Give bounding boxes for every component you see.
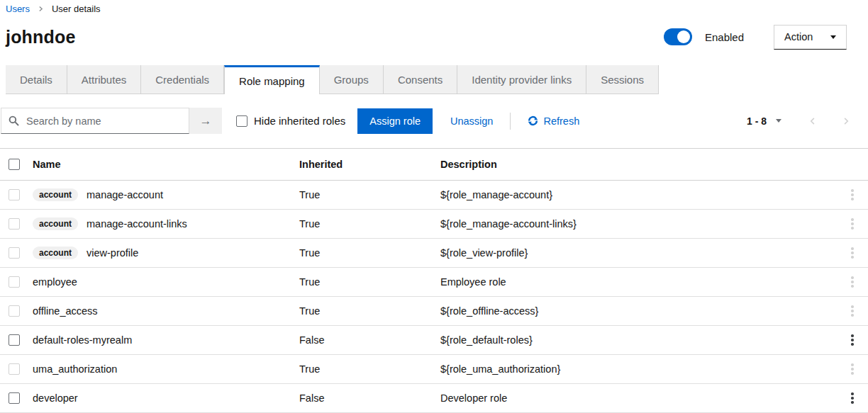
kebab-icon <box>851 363 854 375</box>
enabled-toggle[interactable] <box>664 28 692 45</box>
role-name: manage-account-links <box>87 218 187 230</box>
role-name: manage-account <box>87 189 163 200</box>
arrow-right-icon: → <box>200 114 212 128</box>
toggle-knob-icon <box>677 30 690 43</box>
select-all-checkbox[interactable] <box>9 159 20 170</box>
inherited-value: True <box>299 218 440 230</box>
breadcrumb-users-link[interactable]: Users <box>6 4 30 14</box>
role-description: ${role_offline-access} <box>440 305 837 317</box>
tab-groups[interactable]: Groups <box>320 65 384 94</box>
table-row: developer False Developer role <box>0 384 868 413</box>
tab-role-mapping[interactable]: Role mapping <box>224 65 320 94</box>
inherited-value: False <box>299 392 440 404</box>
role-name: view-profile <box>87 247 138 259</box>
search-icon <box>9 115 19 126</box>
search-input-wrap <box>1 108 189 134</box>
row-checkbox <box>9 189 20 200</box>
row-checkbox <box>9 218 20 230</box>
row-kebab-button <box>837 210 868 238</box>
client-badge: account <box>33 247 78 259</box>
inherited-value: True <box>299 363 440 375</box>
role-name: developer <box>33 392 78 404</box>
table-row: account manage-account True ${role_manag… <box>0 181 868 210</box>
next-page-button <box>829 108 862 134</box>
table-row: account manage-account-links True ${role… <box>0 210 868 239</box>
refresh-icon <box>528 115 538 126</box>
kebab-icon <box>851 334 854 346</box>
inherited-value: True <box>299 305 440 317</box>
row-kebab-button[interactable] <box>837 384 868 412</box>
table-row: uma_authorization True ${role_uma_author… <box>0 355 868 384</box>
inherited-value: True <box>299 276 440 288</box>
page-header: johndoe Enabled Action <box>0 20 868 54</box>
role-description: ${role_default-roles} <box>440 334 837 346</box>
search-input[interactable] <box>25 115 184 128</box>
row-checkbox[interactable] <box>9 334 20 346</box>
row-checkbox[interactable] <box>9 392 20 404</box>
client-badge: account <box>33 188 78 201</box>
tab-identity-provider-links[interactable]: Identity provider links <box>457 65 586 94</box>
user-tabs: Details Attributes Credentials Role mapp… <box>6 65 868 94</box>
action-dropdown[interactable]: Action <box>774 25 847 50</box>
kebab-icon <box>851 247 854 259</box>
tab-details[interactable]: Details <box>6 65 67 94</box>
role-description: ${role_manage-account} <box>440 189 837 200</box>
chevron-left-icon <box>808 116 817 126</box>
caret-down-icon <box>776 119 781 123</box>
kebab-icon <box>851 392 854 404</box>
pagination-range: 1 - 8 <box>747 115 767 127</box>
chevron-right-icon <box>842 116 850 126</box>
row-kebab-button <box>837 181 868 209</box>
row-kebab-button <box>837 268 868 296</box>
table-header-row: Name Inherited Description <box>0 149 868 181</box>
inherited-value: True <box>299 247 440 259</box>
role-table-body: account manage-account True ${role_manag… <box>0 181 868 413</box>
row-checkbox <box>9 276 20 288</box>
role-description: Developer role <box>440 392 837 404</box>
tab-attributes[interactable]: Attributes <box>67 65 141 94</box>
role-name: offline_access <box>33 305 98 317</box>
table-row: account view-profile True ${role_view-pr… <box>0 239 868 268</box>
kebab-icon <box>851 218 854 230</box>
breadcrumb-chevron-icon <box>38 5 44 13</box>
kebab-icon <box>851 276 854 288</box>
role-description: ${role_manage-account-links} <box>440 218 837 230</box>
column-header-description: Description <box>440 159 837 170</box>
refresh-label: Refresh <box>543 115 579 127</box>
tab-credentials[interactable]: Credentials <box>141 65 224 94</box>
caret-down-icon <box>830 35 836 39</box>
assign-role-button[interactable]: Assign role <box>357 108 433 134</box>
header-controls: Enabled Action <box>664 25 847 50</box>
refresh-button[interactable]: Refresh <box>528 115 579 127</box>
action-dropdown-label: Action <box>784 31 813 43</box>
hide-inherited-roles-control[interactable]: Hide inherited roles <box>236 115 345 127</box>
row-checkbox <box>9 363 20 375</box>
search-submit-button[interactable]: → <box>189 108 222 134</box>
row-checkbox <box>9 247 20 259</box>
role-name: default-roles-myrealm <box>33 334 132 346</box>
tab-sessions[interactable]: Sessions <box>586 65 659 94</box>
role-name: uma_authorization <box>33 363 117 375</box>
row-kebab-button <box>837 239 868 267</box>
row-kebab-button[interactable] <box>837 326 868 354</box>
breadcrumb: Users User details <box>0 0 868 14</box>
column-header-inherited: Inherited <box>299 159 440 170</box>
pagination-nav <box>796 108 862 134</box>
kebab-icon <box>851 305 854 317</box>
row-kebab-button <box>837 355 868 383</box>
kebab-icon <box>851 189 854 200</box>
pagination: 1 - 8 <box>747 108 868 134</box>
role-mapping-table: Name Inherited Description account manag… <box>0 148 868 413</box>
pagination-menu-toggle[interactable]: 1 - 8 <box>747 115 781 127</box>
hide-inherited-label: Hide inherited roles <box>254 115 345 127</box>
tab-consents[interactable]: Consents <box>384 65 457 94</box>
row-kebab-button <box>837 297 868 325</box>
client-badge: account <box>33 217 78 230</box>
unassign-button[interactable]: Unassign <box>439 108 504 134</box>
hide-inherited-checkbox[interactable] <box>236 115 247 127</box>
previous-page-button <box>796 108 829 134</box>
role-description: ${role_view-profile} <box>440 247 837 259</box>
page-title: johndoe <box>6 27 76 47</box>
inherited-value: True <box>299 189 440 200</box>
table-row: employee True Employee role <box>0 268 868 297</box>
